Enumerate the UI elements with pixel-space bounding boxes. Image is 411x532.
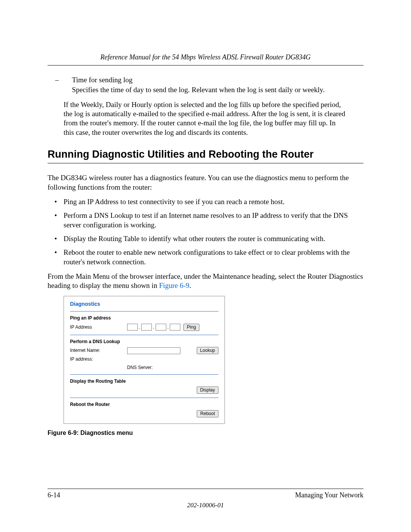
- section-rule: [48, 163, 363, 163]
- internet-name-label: Internet Name:: [70, 348, 127, 353]
- figure-caption: Figure 6-9: Diagnostics menu: [48, 429, 363, 437]
- paragraph-menu: From the Main Menu of the browser interf…: [48, 272, 363, 291]
- ip-address-result-label: IP address:: [70, 356, 127, 362]
- page-number: 6-14: [48, 491, 60, 499]
- routing-heading: Display the Routing Table: [70, 379, 218, 384]
- diagnostics-title: Diagnostics: [70, 301, 218, 308]
- doc-number: 202-10006-01: [48, 502, 363, 509]
- display-button[interactable]: Display: [197, 387, 218, 394]
- sub-bullet-description: Specifies the time of day to send the lo…: [72, 85, 363, 94]
- bullet-list: Ping an IP Address to test connectivity …: [48, 197, 363, 267]
- reboot-heading: Reboot the Router: [70, 402, 218, 407]
- dns-heading: Perform a DNS Lookup: [70, 339, 218, 345]
- internet-name-input[interactable]: [127, 347, 180, 354]
- lookup-button[interactable]: Lookup: [197, 347, 218, 354]
- running-header: Reference Manual for the 54 Mbps Wireles…: [48, 53, 363, 61]
- ping-button[interactable]: Ping: [183, 324, 199, 331]
- list-item: Reboot the router to enable new network …: [48, 248, 363, 267]
- body-content: –Time for sending log Specifies the time…: [48, 75, 363, 437]
- paragraph-menu-post: .: [190, 281, 191, 289]
- ip-octet-4[interactable]: [170, 324, 180, 331]
- header-rule: [48, 65, 363, 66]
- section-title: Running Diagnostic Utilities and Rebooti…: [48, 148, 363, 161]
- ip-octet-3[interactable]: [156, 324, 166, 331]
- dot-icon: .: [153, 324, 155, 330]
- paragraph-logfill: If the Weekly, Daily or Hourly option is…: [64, 100, 347, 137]
- ip-address-label: IP Address: [70, 324, 127, 330]
- dns-server-label: DNS Server:: [127, 365, 218, 371]
- dot-icon: .: [139, 324, 140, 330]
- footer-section-name: Managing Your Network: [295, 491, 364, 499]
- page: Reference Manual for the 54 Mbps Wireles…: [0, 0, 411, 532]
- footer-rule: [48, 489, 363, 489]
- ping-section: Ping an IP address IP Address . . . Ping: [70, 311, 218, 331]
- figure-link[interactable]: Figure 6-9: [159, 281, 190, 289]
- diagnostics-panel: Diagnostics Ping an IP address IP Addres…: [64, 296, 225, 424]
- ping-heading: Ping an IP address: [70, 315, 218, 321]
- sub-bullet-title: Time for sending log: [72, 76, 132, 84]
- paragraph-menu-pre: From the Main Menu of the browser interf…: [48, 272, 363, 289]
- list-item: Display the Routing Table to identify wh…: [48, 234, 363, 243]
- list-item: Perform a DNS Lookup to test if an Inter…: [48, 211, 363, 230]
- reboot-button[interactable]: Reboot: [197, 410, 218, 417]
- paragraph-intro: The DG834G wireless router has a diagnos…: [48, 173, 363, 192]
- dot-icon: .: [167, 324, 169, 330]
- dash-icon: –: [64, 75, 72, 85]
- ip-octet-1[interactable]: [127, 324, 138, 331]
- ip-input-group: . . .: [127, 324, 180, 331]
- dns-section: Perform a DNS Lookup Internet Name: Look…: [70, 335, 218, 371]
- reboot-section: Reboot the Router Reboot: [70, 398, 218, 417]
- sub-bullet-item: –Time for sending log: [64, 75, 363, 85]
- routing-section: Display the Routing Table Display: [70, 374, 218, 394]
- page-footer: 6-14 Managing Your Network 202-10006-01: [48, 489, 363, 509]
- list-item: Ping an IP Address to test connectivity …: [48, 197, 363, 206]
- ip-octet-2[interactable]: [141, 324, 152, 331]
